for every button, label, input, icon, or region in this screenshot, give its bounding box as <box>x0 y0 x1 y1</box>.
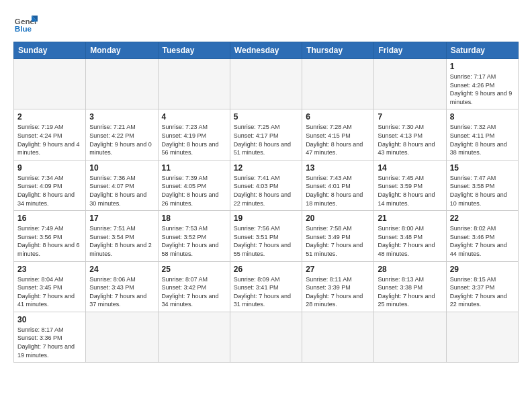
calendar-cell: 21Sunrise: 8:00 AMSunset: 3:48 PMDayligh… <box>374 211 446 261</box>
svg-text:Blue: Blue <box>15 24 32 33</box>
day-info: Sunrise: 8:17 AMSunset: 3:36 PMDaylight:… <box>17 326 82 359</box>
calendar-cell: 19Sunrise: 7:56 AMSunset: 3:51 PMDayligh… <box>230 211 302 261</box>
calendar-cell: 26Sunrise: 8:09 AMSunset: 3:41 PMDayligh… <box>230 261 302 312</box>
calendar-cell <box>86 59 158 109</box>
day-info: Sunrise: 8:13 AMSunset: 3:38 PMDaylight:… <box>378 275 442 309</box>
calendar-cell: 10Sunrise: 7:36 AMSunset: 4:07 PMDayligh… <box>86 160 158 210</box>
day-number: 13 <box>306 163 370 173</box>
day-info: Sunrise: 7:19 AMSunset: 4:24 PMDaylight:… <box>17 123 82 156</box>
calendar-week-0: 1Sunrise: 7:17 AMSunset: 4:26 PMDaylight… <box>14 59 519 109</box>
calendar-cell <box>374 312 446 362</box>
calendar-week-4: 23Sunrise: 8:04 AMSunset: 3:45 PMDayligh… <box>14 261 519 312</box>
day-number: 6 <box>306 112 370 122</box>
day-number: 8 <box>450 112 515 122</box>
calendar-cell: 15Sunrise: 7:47 AMSunset: 3:58 PMDayligh… <box>446 160 518 210</box>
day-info: Sunrise: 7:25 AMSunset: 4:17 PMDaylight:… <box>234 123 298 156</box>
calendar-cell: 30Sunrise: 8:17 AMSunset: 3:36 PMDayligh… <box>14 312 86 362</box>
calendar-cell <box>230 312 302 362</box>
weekday-header-row: SundayMondayTuesdayWednesdayThursdayFrid… <box>14 42 519 59</box>
day-number: 30 <box>17 315 82 324</box>
calendar-week-2: 9Sunrise: 7:34 AMSunset: 4:09 PMDaylight… <box>14 160 519 210</box>
calendar-cell: 2Sunrise: 7:19 AMSunset: 4:24 PMDaylight… <box>14 109 86 160</box>
day-info: Sunrise: 8:11 AMSunset: 3:39 PMDaylight:… <box>306 275 370 309</box>
calendar-cell: 17Sunrise: 7:51 AMSunset: 3:54 PMDayligh… <box>86 211 158 261</box>
day-info: Sunrise: 7:43 AMSunset: 4:01 PMDaylight:… <box>306 174 370 208</box>
calendar-cell: 23Sunrise: 8:04 AMSunset: 3:45 PMDayligh… <box>14 261 86 312</box>
weekday-header-wednesday: Wednesday <box>230 42 302 59</box>
day-number: 24 <box>89 265 154 274</box>
calendar-cell: 9Sunrise: 7:34 AMSunset: 4:09 PMDaylight… <box>14 160 86 210</box>
calendar-cell: 11Sunrise: 7:39 AMSunset: 4:05 PMDayligh… <box>158 160 230 210</box>
day-number: 27 <box>306 265 370 274</box>
calendar-cell: 16Sunrise: 7:49 AMSunset: 3:56 PMDayligh… <box>14 211 86 261</box>
day-number: 19 <box>234 214 298 223</box>
day-info: Sunrise: 8:04 AMSunset: 3:45 PMDaylight:… <box>17 275 82 309</box>
day-info: Sunrise: 7:53 AMSunset: 3:52 PMDaylight:… <box>162 224 226 258</box>
day-info: Sunrise: 8:15 AMSunset: 3:37 PMDaylight:… <box>450 275 515 309</box>
calendar-cell <box>374 59 446 109</box>
day-info: Sunrise: 8:07 AMSunset: 3:42 PMDaylight:… <box>162 275 226 309</box>
logo: General Blue <box>13 11 38 35</box>
day-number: 10 <box>89 163 154 173</box>
calendar-cell <box>14 59 86 109</box>
calendar-cell: 18Sunrise: 7:53 AMSunset: 3:52 PMDayligh… <box>158 211 230 261</box>
day-number: 16 <box>17 214 82 223</box>
calendar-cell <box>230 59 302 109</box>
day-number: 1 <box>450 62 515 71</box>
calendar-cell <box>158 59 230 109</box>
weekday-header-monday: Monday <box>86 42 158 59</box>
calendar-week-3: 16Sunrise: 7:49 AMSunset: 3:56 PMDayligh… <box>14 211 519 261</box>
calendar-cell <box>302 312 374 362</box>
day-info: Sunrise: 7:21 AMSunset: 4:22 PMDaylight:… <box>89 123 154 156</box>
calendar-cell: 28Sunrise: 8:13 AMSunset: 3:38 PMDayligh… <box>374 261 446 312</box>
day-number: 9 <box>17 163 82 173</box>
day-info: Sunrise: 7:23 AMSunset: 4:19 PMDaylight:… <box>162 123 226 156</box>
calendar-cell <box>302 59 374 109</box>
day-info: Sunrise: 8:06 AMSunset: 3:43 PMDaylight:… <box>89 275 154 309</box>
day-number: 23 <box>17 265 82 274</box>
day-info: Sunrise: 7:41 AMSunset: 4:03 PMDaylight:… <box>234 174 298 208</box>
day-number: 28 <box>378 265 442 274</box>
day-number: 14 <box>378 163 442 173</box>
logo-icon: General Blue <box>13 11 38 35</box>
day-info: Sunrise: 8:09 AMSunset: 3:41 PMDaylight:… <box>234 275 298 309</box>
calendar-cell <box>158 312 230 362</box>
calendar-cell: 20Sunrise: 7:58 AMSunset: 3:49 PMDayligh… <box>302 211 374 261</box>
day-info: Sunrise: 7:36 AMSunset: 4:07 PMDaylight:… <box>89 174 154 208</box>
calendar-cell: 13Sunrise: 7:43 AMSunset: 4:01 PMDayligh… <box>302 160 374 210</box>
day-info: Sunrise: 7:56 AMSunset: 3:51 PMDaylight:… <box>234 224 298 258</box>
calendar-cell: 1Sunrise: 7:17 AMSunset: 4:26 PMDaylight… <box>446 59 518 109</box>
calendar-cell: 27Sunrise: 8:11 AMSunset: 3:39 PMDayligh… <box>302 261 374 312</box>
calendar-cell: 7Sunrise: 7:30 AMSunset: 4:13 PMDaylight… <box>374 109 446 160</box>
day-info: Sunrise: 8:00 AMSunset: 3:48 PMDaylight:… <box>378 224 442 258</box>
day-info: Sunrise: 7:47 AMSunset: 3:58 PMDaylight:… <box>450 174 515 208</box>
page: General Blue SundayMondayTuesdayWednesda… <box>0 0 532 373</box>
day-number: 18 <box>162 214 226 223</box>
weekday-header-saturday: Saturday <box>446 42 518 59</box>
day-info: Sunrise: 7:45 AMSunset: 3:59 PMDaylight:… <box>378 174 442 208</box>
day-info: Sunrise: 7:32 AMSunset: 4:11 PMDaylight:… <box>450 123 515 156</box>
day-number: 21 <box>378 214 442 223</box>
day-number: 26 <box>234 265 298 274</box>
day-info: Sunrise: 7:39 AMSunset: 4:05 PMDaylight:… <box>162 174 226 208</box>
day-number: 25 <box>162 265 226 274</box>
calendar-cell: 3Sunrise: 7:21 AMSunset: 4:22 PMDaylight… <box>86 109 158 160</box>
calendar-cell: 22Sunrise: 8:02 AMSunset: 3:46 PMDayligh… <box>446 211 518 261</box>
calendar-cell <box>86 312 158 362</box>
day-number: 20 <box>306 214 370 223</box>
day-number: 29 <box>450 265 515 274</box>
day-info: Sunrise: 7:34 AMSunset: 4:09 PMDaylight:… <box>17 174 82 208</box>
day-info: Sunrise: 7:30 AMSunset: 4:13 PMDaylight:… <box>378 123 442 156</box>
calendar-cell: 25Sunrise: 8:07 AMSunset: 3:42 PMDayligh… <box>158 261 230 312</box>
calendar-week-5: 30Sunrise: 8:17 AMSunset: 3:36 PMDayligh… <box>14 312 519 362</box>
day-number: 3 <box>89 112 154 122</box>
calendar: SundayMondayTuesdayWednesdayThursdayFrid… <box>13 42 519 363</box>
calendar-cell: 4Sunrise: 7:23 AMSunset: 4:19 PMDaylight… <box>158 109 230 160</box>
day-number: 22 <box>450 214 515 223</box>
calendar-cell: 8Sunrise: 7:32 AMSunset: 4:11 PMDaylight… <box>446 109 518 160</box>
calendar-cell: 24Sunrise: 8:06 AMSunset: 3:43 PMDayligh… <box>86 261 158 312</box>
day-number: 17 <box>89 214 154 223</box>
day-info: Sunrise: 7:58 AMSunset: 3:49 PMDaylight:… <box>306 224 370 258</box>
day-info: Sunrise: 7:49 AMSunset: 3:56 PMDaylight:… <box>17 224 82 258</box>
weekday-header-friday: Friday <box>374 42 446 59</box>
